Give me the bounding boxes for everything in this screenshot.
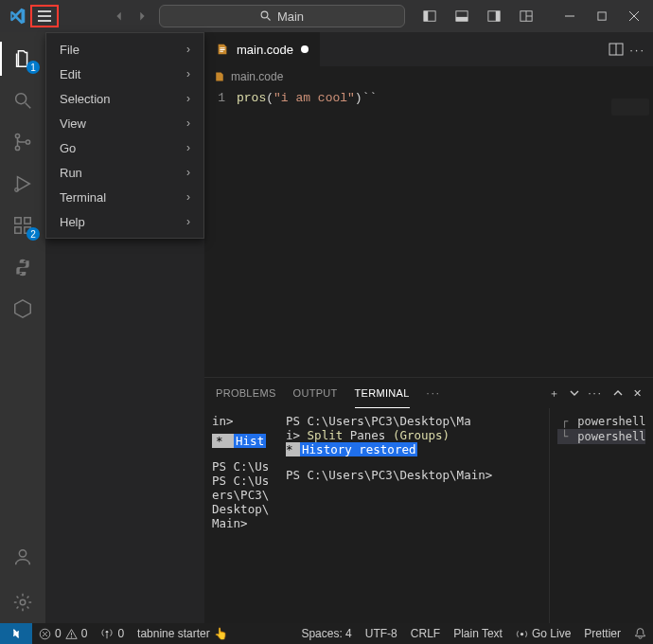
radio-tower-icon [100,627,114,640]
layout-sidebar-left-icon[interactable] [415,3,445,29]
title-bar: Main [0,0,653,32]
window-maximize-button[interactable] [587,3,617,29]
code-editor[interactable]: 1 pros("i am cool")`` [204,87,653,398]
panel-close-icon[interactable]: ✕ [633,387,642,400]
svg-line-16 [26,103,31,109]
status-bar: 0 0 0 tabnine starter 👆 Spaces: 4 UTF-8 … [0,623,653,644]
menu-go[interactable]: Go› [46,135,203,160]
status-spaces[interactable]: Spaces: 4 [294,627,358,640]
broadcast-icon [516,628,528,640]
remote-indicator[interactable] [0,623,32,644]
nav-forward-button[interactable] [131,5,153,27]
panel-tab-problems[interactable]: PROBLEMS [216,387,276,399]
status-tabnine[interactable]: tabnine starter 👆 [131,623,235,644]
terminal-new-icon[interactable]: ＋ [549,386,559,401]
svg-rect-5 [456,17,468,21]
menu-selection[interactable]: Selection› [46,86,203,111]
chevron-down-icon[interactable] [570,388,579,398]
breadcrumb[interactable]: main.code [204,66,653,87]
svg-rect-24 [25,218,30,224]
split-editor-icon[interactable] [609,42,624,57]
svg-point-17 [15,134,19,137]
terminal-list: ┌ powershell └ powershell [549,408,653,623]
layout-sidebar-right-icon[interactable] [479,3,509,29]
svg-point-35 [71,636,72,637]
panel-more-actions-icon[interactable]: ··· [589,387,603,399]
svg-point-20 [15,188,19,192]
pointer-icon: 👆 [214,627,228,640]
activity-explorer[interactable]: 1 [0,38,45,80]
terminal-pane-1[interactable]: in> * Hist PS C:\Us PS C:\Us ers\PC3\ De… [204,408,278,623]
terminal-list-item[interactable]: └ powershell [557,429,645,444]
extensions-badge: 2 [26,227,40,241]
status-encoding[interactable]: UTF-8 [359,627,404,640]
chevron-right-icon: › [186,215,190,228]
explorer-badge: 1 [26,61,40,74]
chevron-right-icon: › [186,67,190,80]
window-minimize-button[interactable] [555,3,585,29]
command-center-search[interactable]: Main [159,5,405,27]
menu-run[interactable]: Run› [46,160,203,185]
panel-more-icon[interactable]: ··· [427,387,441,399]
chevron-right-icon: › [186,116,190,130]
menu-edit[interactable]: Edit› [46,62,203,86]
chevron-right-icon: › [186,166,190,179]
svg-point-37 [521,632,523,635]
svg-point-18 [15,146,19,150]
panel-tab-output[interactable]: OUTPUT [293,387,338,399]
editor-tab-main[interactable]: main.code [204,32,321,66]
terminal-body[interactable]: in> * Hist PS C:\Us PS C:\Us ers\PC3\ De… [204,408,653,623]
panel-tab-bar: PROBLEMS OUTPUT TERMINAL ··· ＋ ··· ✕ [204,378,653,408]
code-line: pros("i am cool")`` [237,91,377,398]
activity-accounts[interactable] [0,536,45,578]
bell-icon [634,627,646,639]
error-icon [39,628,51,640]
dirty-indicator-icon [301,45,309,53]
svg-point-26 [20,599,26,605]
panel-tab-terminal[interactable]: TERMINAL [355,378,410,408]
activity-python-icon[interactable] [0,246,45,288]
svg-point-0 [261,11,268,18]
warning-icon [65,628,78,640]
svg-rect-3 [424,11,428,22]
window-close-button[interactable] [619,3,649,29]
more-actions-icon[interactable]: ··· [629,43,645,57]
chevron-up-icon[interactable] [612,387,624,399]
hist-star: * [212,434,234,448]
search-icon [260,10,272,22]
activity-extensions[interactable]: 2 [0,205,45,246]
layout-panel-icon[interactable] [447,3,477,29]
status-ports[interactable]: 0 [94,623,131,644]
status-notifications[interactable] [627,627,653,639]
activity-source-control[interactable] [0,121,45,163]
minimap[interactable] [611,98,649,116]
svg-point-25 [19,550,26,557]
editor-region: main.code ··· main.code 1 pros("i am coo… [204,32,653,398]
status-prettier[interactable]: Prettier [577,627,627,640]
chevron-right-icon: › [186,43,190,56]
customize-layout-icon[interactable] [511,3,541,29]
vscode-logo-icon [4,8,30,25]
menu-terminal[interactable]: Terminal› [46,185,203,209]
status-eol[interactable]: CRLF [404,627,447,640]
nav-back-button[interactable] [108,5,131,27]
terminal-list-item[interactable]: ┌ powershell [557,414,645,429]
menu-help[interactable]: Help› [46,209,203,234]
status-problems[interactable]: 0 0 [32,623,94,644]
activity-hex-icon[interactable] [0,288,45,330]
hamburger-icon [38,10,51,22]
file-icon [214,71,225,82]
activity-settings[interactable] [0,581,45,623]
menu-view[interactable]: View› [46,111,203,135]
activity-run-debug[interactable] [0,163,45,205]
svg-point-15 [16,94,26,104]
tab-label: main.code [237,43,293,57]
status-language[interactable]: Plain Text [447,627,509,640]
sidebar-background [45,233,204,623]
menu-file[interactable]: File› [46,37,203,62]
terminal-pane-2[interactable]: PS C:\Users\PC3\Desktop\Ma i> Split Pane… [278,408,549,623]
activity-search[interactable] [0,80,45,121]
activity-bar: 1 2 [0,32,45,623]
status-go-live[interactable]: Go Live [509,627,577,640]
app-menu-button[interactable] [30,5,59,27]
